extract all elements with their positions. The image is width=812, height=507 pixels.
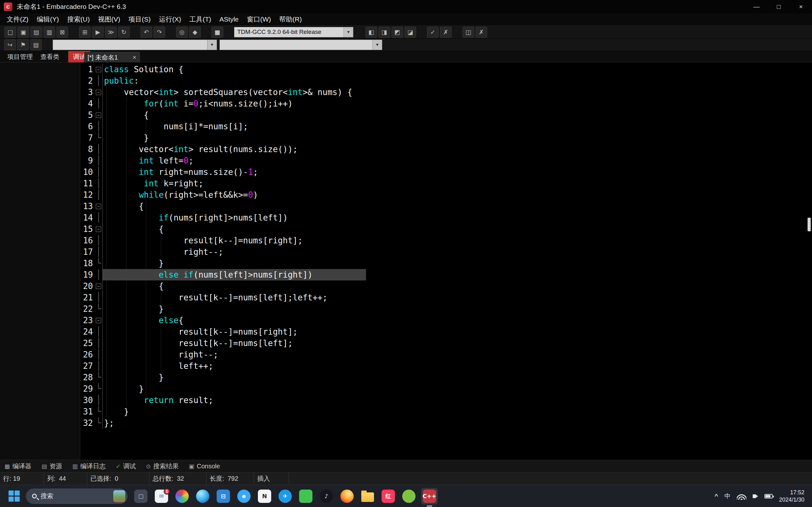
bottom-tab-debug[interactable]: ✓调试 <box>116 462 136 470</box>
line-number[interactable]: 12 <box>80 189 95 201</box>
line-number[interactable]: 7 <box>80 132 95 144</box>
menu-item[interactable]: 项目(S) <box>124 15 155 24</box>
window-layout-4-button[interactable]: ◪ <box>404 26 416 38</box>
compile-button[interactable]: ⊞ <box>79 26 91 38</box>
line-number[interactable]: 29 <box>80 383 95 395</box>
bottom-tab-console[interactable]: ▣Console <box>189 463 220 470</box>
code-line[interactable]: 14│ if(nums[right]>nums[left]) <box>80 212 812 223</box>
code-text[interactable]: } <box>102 258 812 269</box>
code-text[interactable]: }; <box>102 417 812 429</box>
code-editor[interactable]: 1−class Solution {2│public:3− vector<int… <box>80 62 812 460</box>
taskbar-search-input[interactable]: 搜索 <box>26 489 128 504</box>
window-layout-1-button[interactable]: ◧ <box>365 26 377 38</box>
code-text[interactable]: while(right>=left&&k>=0) <box>102 189 812 201</box>
line-number[interactable]: 30 <box>80 395 95 406</box>
editor-scrollbar-thumb[interactable] <box>808 218 811 231</box>
maximize-button[interactable]: □ <box>768 0 790 13</box>
menu-item[interactable]: 窗口(W) <box>243 15 275 24</box>
code-text[interactable]: nums[i]*=nums[i]; <box>102 121 812 132</box>
code-line[interactable]: 2│public: <box>80 75 812 87</box>
code-line[interactable]: 5− { <box>80 109 812 121</box>
window-layout-2-button[interactable]: ◨ <box>378 26 390 38</box>
menu-item[interactable]: 帮助(R) <box>275 15 306 24</box>
code-line[interactable]: 19│ else if(nums[left]>nums[right]) <box>80 269 812 280</box>
code-line[interactable]: 7└ } <box>80 132 812 144</box>
menu-item[interactable]: 工具(T) <box>185 15 215 24</box>
bottom-tab-search-results[interactable]: ⊙搜索结果 <box>146 462 179 470</box>
taskbar-app-telegram[interactable]: ✈ <box>277 488 293 504</box>
ime-indicator[interactable]: 中 <box>724 492 730 500</box>
code-text[interactable]: vector<int> result(nums.size()); <box>102 144 812 155</box>
dropdown-arrow-icon[interactable]: ▼ <box>372 40 382 50</box>
code-text[interactable]: return result; <box>102 395 812 406</box>
editor-tab[interactable]: [*] 未命名1 × <box>84 52 140 62</box>
taskbar-app-browser[interactable]: e <box>236 488 252 504</box>
fold-toggle-icon[interactable]: − <box>95 109 102 121</box>
code-text[interactable]: result[k--]=nums[right]; <box>102 235 812 246</box>
code-line[interactable]: 21│ result[k--]=nums[left];left++; <box>80 292 812 303</box>
code-line[interactable]: 31└ } <box>80 406 812 417</box>
abort-button[interactable]: ✗ <box>475 26 487 38</box>
new-file-button[interactable]: □ <box>4 26 16 38</box>
code-line[interactable]: 24│ result[k--]=nums[right]; <box>80 326 812 337</box>
fold-toggle-icon[interactable]: − <box>95 223 102 235</box>
start-button[interactable] <box>8 490 20 503</box>
line-number[interactable]: 3 <box>80 87 95 98</box>
taskbar-app-edge[interactable] <box>194 488 211 504</box>
taskbar-app-green[interactable] <box>401 488 417 504</box>
menu-item[interactable]: 文件(Z) <box>3 15 33 24</box>
tray-chevron-icon[interactable]: ^ <box>715 493 718 500</box>
code-line[interactable]: 23− else{ <box>80 315 812 326</box>
bottom-tab-resources[interactable]: ▤资源 <box>42 462 62 470</box>
clear-button[interactable]: ✗ <box>440 26 452 38</box>
code-line[interactable]: 6│ nums[i]*=nums[i]; <box>80 121 812 132</box>
dropdown-arrow-icon[interactable]: ▼ <box>344 27 353 37</box>
stop-button[interactable]: ■ <box>212 26 223 38</box>
volume-icon[interactable] <box>753 494 758 498</box>
code-text[interactable]: } <box>102 132 812 144</box>
line-number[interactable]: 10 <box>80 166 95 178</box>
line-number[interactable]: 5 <box>80 109 95 121</box>
code-text[interactable]: else{ <box>102 315 812 326</box>
code-text[interactable]: } <box>102 372 812 383</box>
line-number[interactable]: 14 <box>80 212 95 223</box>
compile-run-button[interactable]: ≫ <box>105 26 117 38</box>
line-number[interactable]: 9 <box>80 155 95 166</box>
code-line[interactable]: 11│ int k=right; <box>80 178 812 189</box>
line-number[interactable]: 11 <box>80 178 95 189</box>
code-text[interactable]: int left=0; <box>102 155 812 166</box>
code-line[interactable]: 15− { <box>80 223 812 235</box>
editor-tab-close-icon[interactable]: × <box>133 54 136 61</box>
print-button[interactable]: ▤ <box>30 39 42 50</box>
code-line[interactable]: 22└ } <box>80 303 812 315</box>
line-number[interactable]: 25 <box>80 337 95 349</box>
menu-item[interactable]: 编辑(Y) <box>33 15 63 24</box>
bottom-tab-compiler[interactable]: ▦编译器 <box>4 462 32 470</box>
code-text[interactable]: left++; <box>102 360 812 372</box>
member-select[interactable]: ▼ <box>219 40 382 50</box>
code-text[interactable]: vector<int> sortedSquares(vector<int>& n… <box>102 87 812 98</box>
code-line[interactable]: 10│ int right=nums.size()-1; <box>80 166 812 178</box>
line-number[interactable]: 8 <box>80 144 95 155</box>
code-text[interactable]: else if(nums[left]>nums[right]) <box>102 269 812 280</box>
line-number[interactable]: 21 <box>80 292 95 303</box>
menu-item[interactable]: 视图(V) <box>94 15 124 24</box>
line-number[interactable]: 23 <box>80 315 95 326</box>
code-line[interactable]: 3− vector<int> sortedSquares(vector<int>… <box>80 87 812 98</box>
code-line[interactable]: 29└ } <box>80 383 812 395</box>
menu-item[interactable]: 运行(X) <box>155 15 185 24</box>
code-text[interactable]: public: <box>102 75 812 87</box>
taskbar-app-firefox[interactable] <box>339 488 355 504</box>
fold-toggle-icon[interactable]: − <box>95 315 102 326</box>
code-text[interactable]: result[k--]=nums[left]; <box>102 337 812 349</box>
close-button[interactable]: × <box>790 0 812 13</box>
syntax-check-button[interactable]: ✓ <box>427 26 439 38</box>
run-button[interactable]: ▶ <box>92 26 104 38</box>
code-text[interactable]: } <box>102 383 812 395</box>
code-text[interactable]: } <box>102 303 812 315</box>
taskbar-app-photos[interactable] <box>174 488 190 504</box>
compiler-profile-select[interactable]: TDM-GCC 9.2.0 64-bit Release▼ <box>234 27 353 38</box>
code-text[interactable]: int right=nums.size()-1; <box>102 166 812 178</box>
code-text[interactable]: { <box>102 223 812 235</box>
taskbar-app-notes[interactable]: N <box>256 488 273 504</box>
